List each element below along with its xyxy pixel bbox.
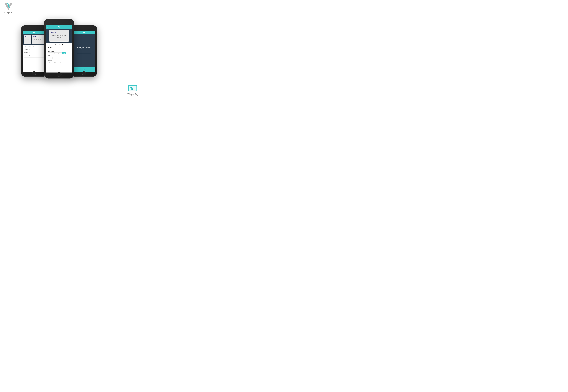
hamburger-icon-left[interactable]: ≡ — [24, 32, 25, 34]
card2-number: XXXX XXXX XXXX XXXX — [33, 39, 43, 41]
pin-input[interactable] — [77, 51, 91, 54]
home-button-center[interactable] — [57, 72, 61, 77]
card1-number: XXXX XXX — [25, 40, 30, 40]
home-button-left[interactable] — [32, 71, 36, 75]
phone-left: ≡ VISA XXXX XXX EXP. DAT VISA XXXX XXXX … — [21, 25, 47, 77]
pin-title: nsert your pin code — [77, 47, 91, 49]
day-field: Day — [48, 61, 52, 63]
phone-right: nsert your pin code Pay — [71, 25, 97, 77]
pay-button[interactable]: Pay — [72, 67, 95, 72]
phone-speaker-center — [55, 23, 63, 23]
warply-pay-brand-name: Warply Pay — [127, 93, 139, 96]
home-button-right[interactable] — [82, 71, 86, 75]
card-display-area: VISA XXXX XXXX XXXX XXXX EXP. DATE — [46, 29, 72, 43]
card2-brand: VISA — [33, 36, 43, 37]
transaction-2[interactable]: Purchase #2 — [24, 51, 44, 54]
year-label: Year — [60, 62, 61, 63]
card1-exp: EXP. DAT — [25, 42, 30, 43]
phone-center: ≡ VISA XXXX XXXX XXXX XXXX EXP. DATE Car… — [44, 19, 74, 79]
mini-card-2[interactable]: VISA XXXX XXXX XXXX XXXX EXP. DAT — [32, 35, 44, 44]
mini-card-1[interactable]: VISA XXXX XXX EXP. DAT — [24, 35, 31, 44]
main-card[interactable]: VISA XXXX XXXX XXXX XXXX EXP. DATE — [49, 30, 69, 42]
serial-input-1[interactable] — [48, 52, 51, 54]
serial-row: SCAN — [48, 52, 70, 54]
year-field: Year — [58, 61, 63, 63]
app-logo-right — [82, 31, 85, 34]
screen-center: ≡ VISA XXXX XXXX XXXX XXXX EXP. DATE Car… — [46, 25, 72, 72]
full-name-input[interactable] — [48, 49, 70, 50]
serial-input-2[interactable] — [51, 52, 55, 54]
pin-area: nsert your pin code — [72, 34, 95, 67]
card-area-left: VISA XXXX XXX EXP. DAT VISA XXXX XXXX XX… — [23, 34, 46, 45]
exp-date-row: Day Month Year — [48, 61, 70, 63]
day-input[interactable] — [48, 61, 52, 62]
month-field: Month — [53, 61, 57, 63]
phone-speaker-left — [31, 29, 37, 29]
year-input[interactable] — [58, 61, 63, 62]
card1-brand: VISA — [25, 36, 30, 37]
full-name-label: Full Name — [48, 47, 70, 48]
warply-pay-icon — [127, 84, 138, 93]
visa-logo: VISA — [51, 31, 68, 34]
screen-right: nsert your pin code Pay — [72, 31, 95, 72]
exp-date-label: Exp. Date — [48, 60, 70, 61]
serial-input-4[interactable] — [58, 52, 62, 54]
transaction-3[interactable]: Purchase #3 — [24, 54, 44, 57]
cvv-input[interactable] — [48, 56, 53, 59]
card-details-form: Card Details Full Name Serial Number SCA… — [46, 43, 72, 72]
screen-left: ≡ VISA XXXX XXX EXP. DAT VISA XXXX XXXX … — [23, 31, 46, 72]
transactions-area: Today, 19 November 2015 Purchase #1 Purc… — [23, 45, 46, 72]
svg-rect-12 — [129, 86, 137, 91]
transaction-date: Today, 19 November 2015 — [24, 46, 44, 47]
serial-input-3[interactable] — [55, 52, 58, 54]
form-title: Card Details — [48, 44, 70, 46]
app-header-right — [72, 31, 95, 34]
month-input[interactable] — [53, 61, 57, 62]
warply-pay-logo: Warply Pay — [127, 84, 139, 96]
phone-camera-center — [53, 23, 54, 24]
app-logo-left — [32, 31, 36, 34]
day-label: Day — [49, 62, 51, 63]
transaction-1[interactable]: Purchase #1 — [24, 48, 44, 51]
warply-logo: warply — [4, 2, 13, 14]
card2-exp: EXP. DAT — [33, 42, 43, 43]
scan-button[interactable]: SCAN — [62, 52, 66, 54]
month-label: Month — [54, 62, 56, 63]
exp-label: EXP. DATE — [51, 40, 68, 40]
app-header-center: ≡ — [46, 25, 72, 29]
brand-name: warply — [4, 11, 12, 14]
phone-speaker-right — [81, 29, 87, 29]
app-logo-center — [57, 26, 61, 28]
hamburger-icon-center[interactable]: ≡ — [47, 26, 48, 28]
cvv-label: CVV — [48, 55, 70, 56]
card-number: XXXX XXXX XXXX XXXX — [51, 35, 68, 38]
app-header-left: ≡ — [23, 31, 46, 34]
serial-number-label: Serial Number — [48, 51, 70, 52]
